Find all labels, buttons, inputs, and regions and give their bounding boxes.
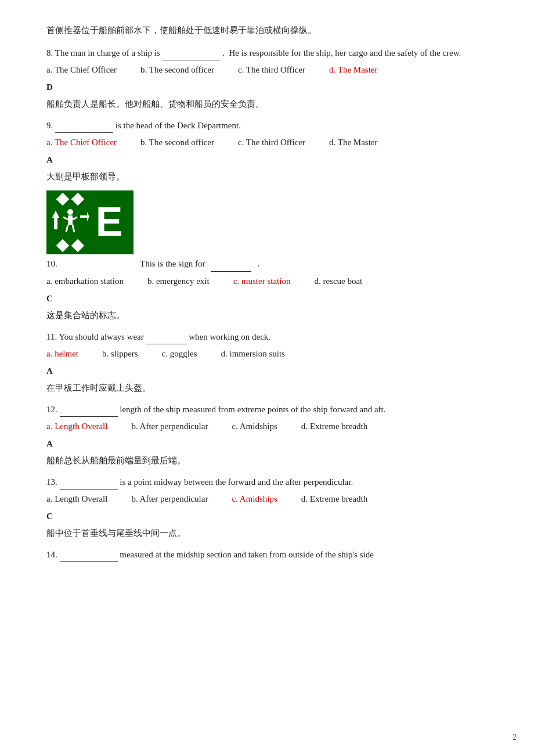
q11-blank	[146, 329, 187, 345]
e-letter: E	[96, 188, 123, 257]
svg-rect-13	[71, 239, 84, 252]
page-number: 2	[513, 730, 517, 744]
q14-number: 14.	[46, 550, 60, 559]
q11-suffix: when working on deck.	[189, 332, 270, 341]
q12-option-b: b. After perpendicular	[122, 419, 208, 434]
q8-number: 8. The man in charge of a ship is	[46, 48, 160, 57]
q9-options: a. The Chief Officer b. The second offic…	[46, 135, 488, 150]
q8-text: 8. The man in charge of a ship is . He i…	[46, 45, 488, 61]
q12-options: a. Length Overall b. After perpendicular…	[46, 419, 488, 434]
q13-options: a. Length Overall b. After perpendicular…	[46, 492, 488, 507]
q10-chinese: 这是集合站的标志。	[46, 308, 488, 323]
svg-line-8	[73, 217, 77, 219]
q13-answer: C	[46, 509, 488, 524]
q8-suffix: . He is responsible for the ship, her ca…	[222, 48, 461, 57]
q8-option-c: c. The third Officer	[229, 63, 305, 78]
q12-option-d: d. Extreme breadth	[293, 419, 368, 434]
q10-number: 10. This is the sign for	[46, 257, 205, 272]
muster-left-panel	[51, 193, 89, 252]
q13-option-a: a. Length Overall	[46, 492, 107, 507]
muster-sign-container: E	[46, 190, 488, 254]
q11-text: 11. You should always wear when working …	[46, 329, 488, 345]
q11-options: a. helmet b. slippers c. goggles d. imme…	[46, 347, 488, 362]
svg-line-10	[73, 225, 74, 232]
question-8: 8. The man in charge of a ship is . He i…	[46, 45, 488, 112]
q9-answer: A	[46, 153, 488, 168]
question-14: 14. measured at the midship section and …	[46, 547, 488, 563]
svg-line-7	[63, 217, 68, 219]
q9-option-d: d. The Master	[320, 135, 377, 150]
q13-option-b: b. After perpendicular	[122, 492, 208, 507]
q9-option-c: c. The third Officer	[229, 135, 305, 150]
q14-suffix: measured at the midship section and take…	[120, 550, 374, 559]
e-letter-container: E	[89, 188, 129, 257]
q13-suffix: is a point midway between the forward an…	[120, 477, 353, 487]
q10-option-d: d. rescue boat	[305, 274, 362, 289]
person-icon-svg	[62, 208, 79, 237]
question-11: 11. You should always wear when working …	[46, 329, 488, 396]
question-12: 12. length of the ship measured from ext…	[46, 402, 488, 469]
arrow-right	[80, 211, 89, 234]
q9-option-b: b. The second officer	[132, 135, 214, 150]
q8-answer: D	[46, 80, 488, 95]
q10-text: 10. This is the sign for .	[46, 257, 488, 272]
q8-options: a. The Chief Officer b. The second offic…	[46, 63, 488, 78]
q10-option-a: a. embarkation station	[46, 274, 124, 289]
q11-option-b: b. slippers	[93, 347, 138, 362]
question-10: 10. This is the sign for . a. embarkatio…	[46, 257, 488, 323]
person-with-arrows	[51, 208, 89, 237]
svg-line-9	[66, 225, 68, 232]
q9-chinese: 大副是甲板部领导。	[46, 170, 488, 185]
question-9: 9. is the head of the Deck Department. a…	[46, 118, 488, 185]
q10-option-c: c. muster station	[225, 274, 291, 289]
q13-chinese: 船中位于首垂线与尾垂线中间一点。	[46, 526, 488, 541]
q9-suffix: is the head of the Deck Department.	[116, 121, 241, 130]
muster-arrows-bottom	[56, 239, 84, 252]
svg-marker-4	[52, 211, 59, 218]
svg-rect-6	[68, 215, 73, 225]
q10-options: a. embarkation station b. emergency exit…	[46, 274, 488, 289]
q12-option-c: c. Amidships	[223, 419, 277, 434]
q12-chinese: 船舶总长从船舶最前端量到最后端。	[46, 453, 488, 469]
svg-rect-3	[54, 218, 57, 229]
q8-chinese: 船舶负责人是船长。他对船舶、货物和船员的安全负责。	[46, 97, 488, 112]
q10-suffix: .	[257, 257, 259, 272]
q14-text: 14. measured at the midship section and …	[46, 547, 488, 563]
svg-rect-12	[56, 239, 69, 252]
q8-blank	[162, 45, 220, 61]
arrow-up-left	[51, 211, 60, 234]
q13-text: 13. is a point midway between the forwar…	[46, 474, 488, 490]
svg-rect-1	[71, 193, 84, 206]
q11-option-a: a. helmet	[46, 347, 78, 362]
q9-option-a: a. The Chief Officer	[46, 135, 117, 150]
q8-option-a: a. The Chief Officer	[46, 63, 117, 78]
q13-option-d: d. Extreme breadth	[293, 492, 368, 507]
q11-chinese: 在甲板工作时应戴上头盔。	[46, 381, 488, 396]
q9-blank	[55, 118, 113, 134]
q11-option-d: d. immersion suits	[212, 347, 284, 362]
muster-arrows-top	[56, 193, 84, 206]
q9-text: 9. is the head of the Deck Department.	[46, 118, 488, 134]
q14-blank	[60, 547, 118, 563]
q12-blank	[60, 402, 118, 417]
q11-number: 11. You should always wear	[46, 332, 146, 341]
svg-rect-0	[56, 193, 69, 206]
q13-number: 13.	[46, 477, 60, 487]
q9-number: 9.	[46, 121, 55, 130]
q12-suffix: length of the ship measured from extreme…	[120, 405, 385, 414]
diamond-bottom-left	[56, 239, 69, 252]
q8-option-d: d. The Master	[320, 63, 377, 78]
q13-option-c: c. Amidships	[223, 492, 277, 507]
q12-option-a: a. Length Overall	[46, 419, 107, 434]
q10-blank	[211, 257, 251, 272]
svg-point-5	[67, 209, 73, 215]
q11-option-c: c. goggles	[153, 347, 197, 362]
q12-answer: A	[46, 437, 488, 452]
question-13: 13. is a point midway between the forwar…	[46, 474, 488, 541]
q12-number: 12.	[46, 405, 60, 414]
q12-text: 12. length of the ship measured from ext…	[46, 402, 488, 417]
q11-answer: A	[46, 364, 488, 379]
intro-text: 首侧推器位于船舶前部水下，使船舶处于低速时易于靠泊或横向操纵。	[46, 23, 488, 38]
q8-option-b: b. The second officer	[132, 63, 214, 78]
svg-marker-11	[80, 212, 89, 221]
